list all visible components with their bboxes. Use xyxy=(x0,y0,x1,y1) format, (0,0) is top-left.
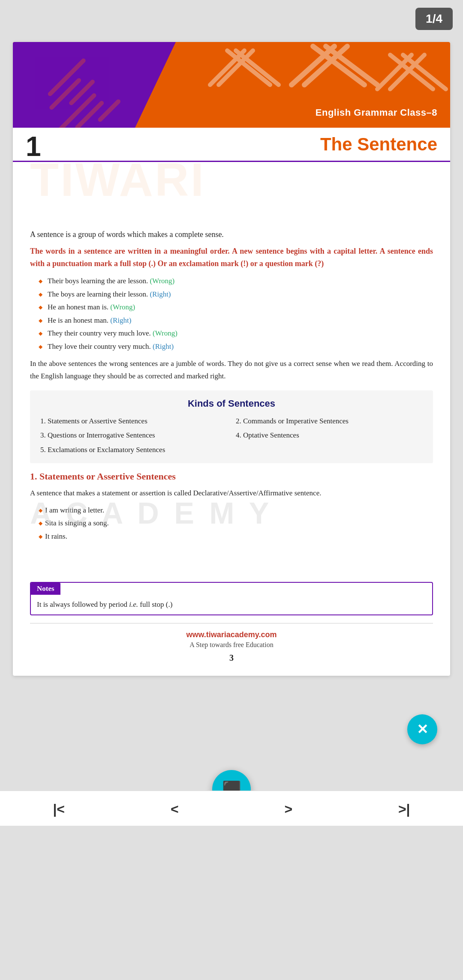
tag-right: (Right) xyxy=(150,290,171,298)
content-body: TIWARI A sentence is a group of words wh… xyxy=(13,162,450,676)
section1-desc: A sentence that makes a statement or ass… xyxy=(30,487,433,500)
footer: www.tiwariacademy.com A Step towards fre… xyxy=(30,623,433,667)
tag-wrong: (Wrong) xyxy=(153,329,177,337)
tag-right: (Right) xyxy=(153,342,174,351)
fab-close-button[interactable]: ✕ xyxy=(407,714,437,744)
section1-examples: I am writing a letter. Sita is singing a… xyxy=(39,505,433,542)
list-item: It rains. xyxy=(39,531,433,542)
notes-content: It is always followed by period i.e. ful… xyxy=(31,595,432,614)
list-item: He an honest man is. (Wrong) xyxy=(39,302,433,313)
kinds-item-1: 1. Statements or Assertive Sentences xyxy=(40,415,227,427)
nav-first-button[interactable]: |< xyxy=(44,798,73,821)
notes-label: Notes xyxy=(31,583,60,595)
close-icon: ✕ xyxy=(417,722,428,736)
list-item: He is an honest man. (Right) xyxy=(39,315,433,326)
footer-tagline: A Step towards free Education xyxy=(30,641,433,649)
tag-right: (Right) xyxy=(110,316,131,324)
nav-next-button[interactable]: > xyxy=(276,798,301,821)
footer-website: www.tiwariacademy.com xyxy=(30,630,433,639)
navigation-bar: |< < > >| xyxy=(0,791,463,826)
intro-text: A sentence is a group of words which mak… xyxy=(30,228,433,241)
top-bar: 1/4 xyxy=(0,0,463,38)
kinds-item-2: 2. Commands or Imperative Sentences xyxy=(236,415,423,427)
list-item: They love their country very much. (Righ… xyxy=(39,341,433,352)
section1-heading: 1. Statements or Assertive Sentences xyxy=(30,471,433,482)
kinds-grid: 1. Statements or Assertive Sentences 2. … xyxy=(40,415,423,456)
nav-prev-button[interactable]: < xyxy=(162,798,187,821)
page-indicator: 1/4 xyxy=(415,8,453,30)
chapter-number: 1 xyxy=(26,133,41,160)
chapter-title: The Sentence xyxy=(58,134,437,159)
content-card: English Grammar Class–8 1 The Sentence T… xyxy=(13,42,450,676)
highlighted-text: The words in a sentence are written in a… xyxy=(30,245,433,270)
kinds-item-5: 5. Exclamations or Exclamatory Sentences xyxy=(40,444,423,456)
chapter-header: 1 The Sentence xyxy=(13,128,450,162)
explanation-text: In the above sentences the wrong sentenc… xyxy=(30,358,433,383)
tag-wrong: (Wrong) xyxy=(110,303,135,311)
footer-page-num: 3 xyxy=(30,653,433,663)
list-item: The boys are learning their lesson. (Rig… xyxy=(39,289,433,300)
banner-class-label: English Grammar Class–8 xyxy=(316,107,437,118)
kinds-section: Kinds of Sentences 1. Statements or Asse… xyxy=(30,390,433,463)
notes-box: Notes It is always followed by period i.… xyxy=(30,582,433,615)
tag-wrong: (Wrong) xyxy=(150,277,174,285)
list-item: They their country very much love. (Wron… xyxy=(39,328,433,339)
list-item: I am writing a letter. xyxy=(39,505,433,516)
list-item: Their boys learning the are lesson. (Wro… xyxy=(39,276,433,287)
examples-list: Their boys learning the are lesson. (Wro… xyxy=(39,276,433,352)
list-item: Sita is singing a song. xyxy=(39,518,433,529)
kinds-title: Kinds of Sentences xyxy=(40,398,423,409)
kinds-item-4: 4. Optative Sentences xyxy=(236,429,423,441)
nav-last-button[interactable]: >| xyxy=(390,798,419,821)
banner: English Grammar Class–8 xyxy=(13,42,450,128)
kinds-item-3: 3. Questions or Interrogative Sentences xyxy=(40,429,227,441)
bottom-area: ✕ ⬛ |< < > >| xyxy=(0,689,463,826)
